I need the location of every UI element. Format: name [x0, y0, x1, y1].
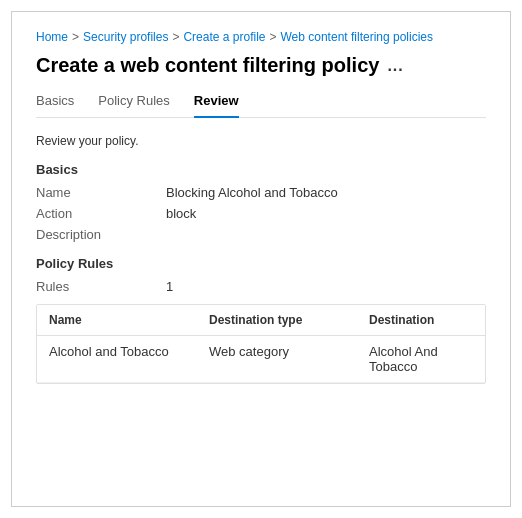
- action-field-row: Action block: [36, 206, 486, 221]
- breadcrumb-sep2: >: [172, 30, 179, 44]
- table-header-name: Name: [49, 313, 209, 327]
- row-destination-type: Web category: [209, 344, 369, 374]
- policy-rules-section-title: Policy Rules: [36, 256, 486, 271]
- rules-field-row: Rules 1: [36, 279, 486, 294]
- name-value: Blocking Alcohol and Tobacco: [166, 185, 338, 200]
- action-value: block: [166, 206, 196, 221]
- table-header-destination: Destination: [369, 313, 473, 327]
- tabs-container: Basics Policy Rules Review: [36, 93, 486, 118]
- basics-section-title: Basics: [36, 162, 486, 177]
- breadcrumb-security-profiles[interactable]: Security profiles: [83, 30, 168, 44]
- rules-label: Rules: [36, 279, 166, 294]
- breadcrumb-current[interactable]: Web content filtering policies: [280, 30, 433, 44]
- description-field-row: Description: [36, 227, 486, 242]
- breadcrumb-home[interactable]: Home: [36, 30, 68, 44]
- main-card: Home > Security profiles > Create a prof…: [11, 11, 511, 507]
- breadcrumb-sep3: >: [269, 30, 276, 44]
- row-destination: Alcohol And Tobacco: [369, 344, 473, 374]
- row-name: Alcohol and Tobacco: [49, 344, 209, 374]
- table-row: Alcohol and Tobacco Web category Alcohol…: [37, 336, 485, 383]
- table-header-destination-type: Destination type: [209, 313, 369, 327]
- breadcrumb: Home > Security profiles > Create a prof…: [36, 30, 486, 44]
- name-field-row: Name Blocking Alcohol and Tobacco: [36, 185, 486, 200]
- table-header: Name Destination type Destination: [37, 305, 485, 336]
- tab-basics[interactable]: Basics: [36, 93, 74, 118]
- page-title-row: Create a web content filtering policy ..…: [36, 54, 486, 77]
- review-label: Review your policy.: [36, 134, 486, 148]
- rules-value: 1: [166, 279, 173, 294]
- name-label: Name: [36, 185, 166, 200]
- action-label: Action: [36, 206, 166, 221]
- tab-review[interactable]: Review: [194, 93, 239, 118]
- tab-policy-rules[interactable]: Policy Rules: [98, 93, 170, 118]
- breadcrumb-create-profile[interactable]: Create a profile: [183, 30, 265, 44]
- ellipsis-button[interactable]: ...: [387, 57, 403, 75]
- page-title: Create a web content filtering policy: [36, 54, 379, 77]
- description-label: Description: [36, 227, 166, 242]
- rules-table: Name Destination type Destination Alcoho…: [36, 304, 486, 384]
- breadcrumb-sep1: >: [72, 30, 79, 44]
